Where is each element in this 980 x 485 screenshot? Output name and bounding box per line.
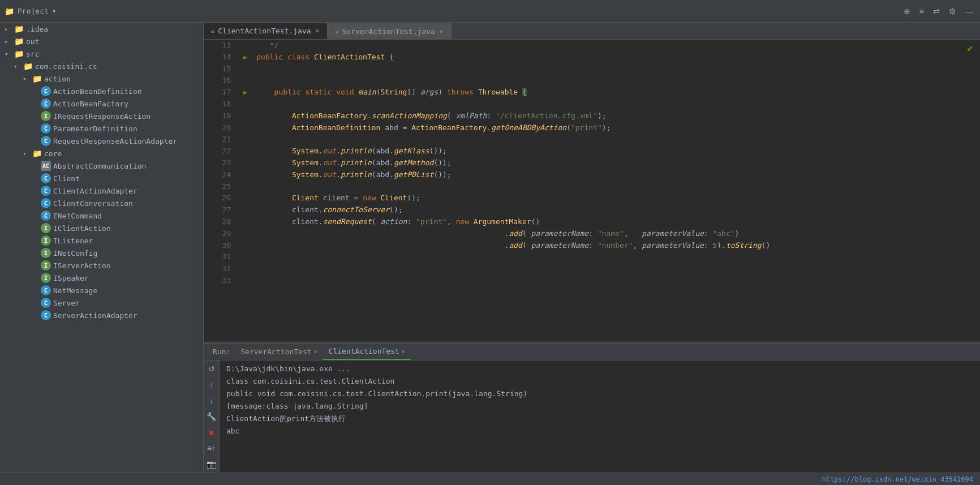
interface-icon: I (41, 111, 51, 121)
sidebar-item-ActionBeanDefinition[interactable]: C ActionBeanDefinition (0, 85, 203, 97)
sidebar-item-out[interactable]: 📁 out (0, 35, 203, 48)
output-line-5: ClientAction的print方法被执行 (226, 413, 973, 425)
code-line-30: 30 .add( parameterName: "number", parame… (204, 240, 980, 252)
sidebar-item-INetConfig[interactable]: I INetConfig (0, 247, 203, 259)
sidebar-item-src[interactable]: 📁 src (0, 48, 203, 60)
sidebar-item-ISpeaker[interactable]: I ISpeaker (0, 272, 203, 284)
expand-icon[interactable]: ⇄ (931, 6, 942, 17)
sidebar-item-ClientConversation[interactable]: C ClientConversation (0, 197, 203, 209)
class-icon: C (41, 198, 51, 208)
folder-icon: 📁 (32, 148, 42, 158)
settings-icon[interactable]: ⚙ (947, 6, 958, 17)
sidebar-item-com-coisini[interactable]: 📁 com.coisini.cs (0, 60, 203, 72)
rerun-button[interactable]: ↺ (205, 363, 218, 375)
filter-button[interactable]: ≡↑ (205, 442, 218, 454)
tab-client-action-test[interactable]: ☕ ClientActionTest.java ✕ (204, 23, 328, 39)
sidebar-item-action[interactable]: 📁 action (0, 72, 203, 85)
sidebar-item-IServerAction[interactable]: I IServerAction (0, 259, 203, 272)
minimize-icon[interactable]: — (963, 6, 975, 17)
run-label: Run: (208, 347, 235, 356)
class-icon: C (41, 173, 51, 183)
sidebar-item-Client[interactable]: C Client (0, 172, 203, 184)
scroll-up-button[interactable]: ↑ (205, 379, 218, 391)
code-line-28: 28 client.sendRequest( action: "print", … (204, 216, 980, 228)
code-line-15: 15 (204, 63, 980, 75)
scroll-down-button[interactable]: ↓ (205, 394, 218, 407)
class-icon: C (41, 98, 51, 109)
code-line-18: 18 (204, 98, 980, 110)
add-icon[interactable]: ⊕ (901, 6, 913, 17)
code-line-13: 13 */ (204, 40, 980, 51)
sidebar-item-IRequestResponseAction[interactable]: I IRequestResponseAction (0, 110, 203, 122)
main-area: 📁 .idea 📁 out 📁 src 📁 com.coisini.cs 📁 a… (0, 23, 980, 473)
arrow-icon (14, 63, 23, 70)
tab-close-button[interactable]: ✕ (315, 27, 321, 35)
status-link[interactable]: https://blog.csdn.net/weixin_43541094 (822, 475, 973, 483)
sidebar-item-idea[interactable]: 📁 .idea (0, 23, 203, 35)
output-line-1: D:\Java\jdk\bin\java.exe ... (226, 363, 973, 375)
checkmark-icon: ✔ (967, 42, 973, 54)
folder-icon: 📁 (5, 7, 14, 16)
stop-button[interactable]: ■ (205, 426, 218, 439)
code-line-19: 19 ActionBeanFactory.scanActionMapping( … (204, 110, 980, 122)
run-tab-server-label: ServerActionTest (240, 347, 311, 356)
class-icon: C (41, 285, 51, 295)
project-selector[interactable]: 📁 Project ▾ (5, 7, 57, 16)
sidebar-item-core[interactable]: 📁 core (0, 147, 203, 160)
sidebar-item-ActionBeanFactory[interactable]: C ActionBeanFactory (0, 97, 203, 110)
top-toolbar: 📁 Project ▾ ⊕ ≡ ⇄ ⚙ — (0, 0, 980, 23)
sidebar-item-AbstractCommunication[interactable]: AC AbstractCommunication (0, 160, 203, 172)
collapse-all-icon[interactable]: ≡ (917, 6, 926, 17)
class-icon: C (41, 186, 51, 196)
project-label: Project (18, 7, 49, 15)
java-file-icon: ☕ (334, 27, 338, 35)
run-button-14[interactable]: ▶ (238, 51, 252, 63)
tab-label: ClientActionTest.java (218, 27, 311, 35)
run-button-17[interactable]: ▶ (238, 87, 252, 98)
code-line-26: 26 Client client = new Client(); (204, 192, 980, 204)
run-content: ↺ ↑ ↓ 🔧 ■ ≡↑ 📷 🖨 🗑 D:\Java\jdk\bin\java.… (204, 360, 980, 473)
code-line-31: 31 (204, 251, 980, 263)
run-left-toolbar: ↺ ↑ ↓ 🔧 ■ ≡↑ 📷 🖨 🗑 (204, 360, 220, 473)
code-line-24: 24 System.out.println(abd.getPDList()); (204, 169, 980, 181)
interface-icon: I (41, 248, 51, 258)
sidebar-item-ParameterDefinition[interactable]: C ParameterDefinition (0, 122, 203, 135)
toolbar-icons: ⊕ ≡ ⇄ ⚙ — (901, 6, 975, 17)
code-editor[interactable]: ✔ 13 */ 14 ▶ public class ClientActionTe… (204, 40, 980, 342)
run-tab-server-close[interactable]: ✕ (314, 349, 317, 355)
sidebar-item-Server[interactable]: C Server (0, 297, 203, 309)
run-tab-client-label: ClientActionTest (329, 347, 399, 355)
code-line-14: 14 ▶ public class ClientActionTest { (204, 51, 980, 63)
folder-icon: 📁 (14, 24, 24, 34)
arrow-icon (23, 75, 32, 83)
run-tab-client[interactable]: ClientActionTest ✕ (323, 344, 411, 360)
sidebar-item-IListener[interactable]: I IListener (0, 234, 203, 247)
abstract-icon: AC (41, 161, 51, 171)
sidebar-item-IClientAction[interactable]: I IClientAction (0, 222, 203, 234)
arrow-icon (23, 150, 32, 157)
run-panel: Run: ServerActionTest ✕ ClientActionTest… (204, 342, 980, 473)
code-line-32: 32 (204, 263, 980, 275)
tab-server-action-test[interactable]: ☕ ServerActionTest.java ✕ (328, 23, 452, 39)
sidebar-item-ClientActionAdapter[interactable]: C ClientActionAdapter (0, 184, 203, 197)
interface-icon: I (41, 223, 51, 233)
sidebar-item-NetMessage[interactable]: C NetMessage (0, 284, 203, 297)
arrow-icon (5, 25, 14, 33)
code-line-21: 21 (204, 134, 980, 145)
arrow-icon (5, 38, 14, 45)
tab-close-button[interactable]: ✕ (439, 27, 445, 36)
sidebar-item-ENetCommand[interactable]: C ENetCommand (0, 209, 203, 222)
arrow-icon (5, 50, 14, 58)
run-tab-server[interactable]: ServerActionTest ✕ (235, 344, 323, 360)
chevron-down-icon: ▾ (52, 7, 57, 15)
sidebar-item-ServerActionAdapter[interactable]: C ServerActionAdapter (0, 309, 203, 321)
wrench-button[interactable]: 🔧 (205, 410, 218, 423)
output-line-6: abc (226, 425, 973, 437)
run-tab-client-close[interactable]: ✕ (402, 348, 405, 354)
class-icon: C (41, 86, 51, 96)
class-icon: C (41, 123, 51, 134)
camera-button[interactable]: 📷 (205, 458, 218, 470)
java-file-icon: ☕ (210, 27, 214, 35)
sidebar-item-RequestResponseActionAdapter[interactable]: C RequestResponseActionAdapter (0, 135, 203, 147)
code-line-25: 25 (204, 181, 980, 193)
